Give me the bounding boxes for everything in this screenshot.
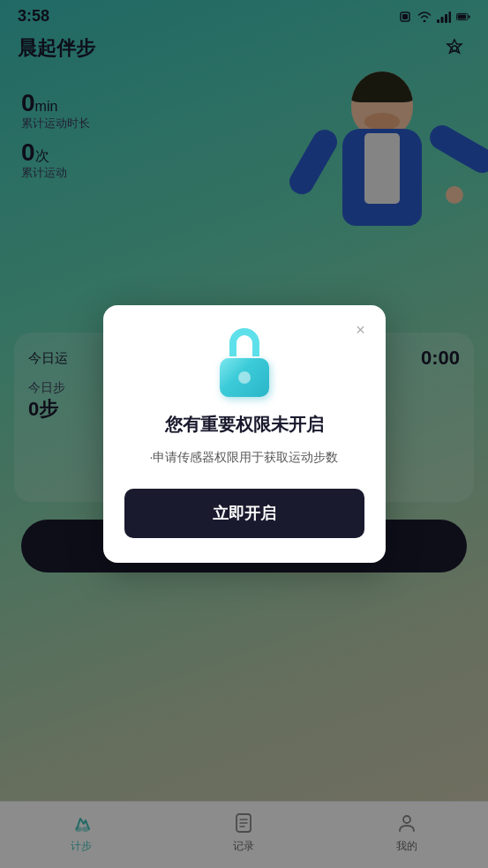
dialog-description: ·申请传感器权限用于获取运动步数	[124, 447, 364, 467]
dialog-close-button[interactable]: ×	[349, 318, 373, 342]
dialog-icon-area	[124, 326, 364, 397]
lock-body	[220, 358, 269, 397]
dialog-title: 您有重要权限未开启	[124, 413, 364, 437]
permission-dialog: × 您有重要权限未开启 ·申请传感器权限用于获取运动步数 立即开启	[103, 305, 386, 562]
dialog-confirm-button[interactable]: 立即开启	[124, 489, 364, 538]
lock-icon	[209, 326, 280, 397]
lock-shackle	[229, 328, 259, 356]
dialog-overlay: × 您有重要权限未开启 ·申请传感器权限用于获取运动步数 立即开启	[0, 0, 488, 868]
